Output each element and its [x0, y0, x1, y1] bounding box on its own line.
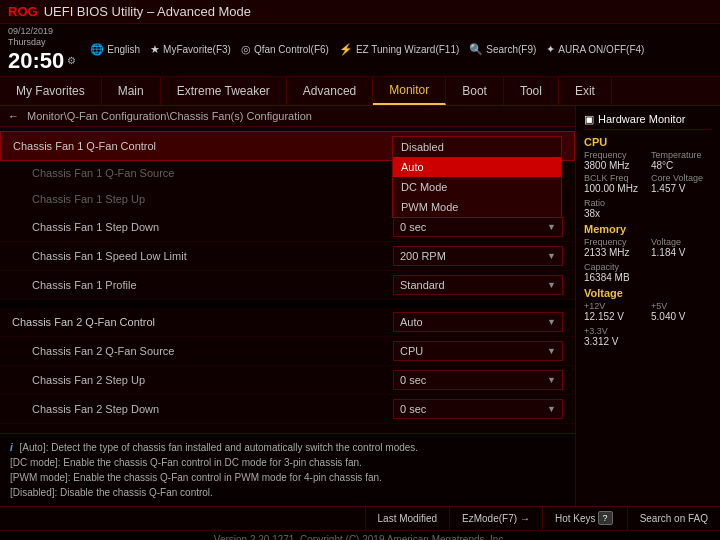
- profile-arrow-icon: ▼: [547, 280, 556, 290]
- info-line-4: [Disabled]: Disable the chassis Q-Fan co…: [10, 487, 213, 498]
- option-pwm-mode[interactable]: PWM Mode: [393, 197, 561, 217]
- hotkeys-label: Hot Keys: [555, 513, 596, 524]
- chassis1-profile-dropdown[interactable]: Standard ▼: [393, 275, 563, 295]
- nav-tabs: My Favorites Main Extreme Tweaker Advanc…: [0, 77, 720, 106]
- date-display: 09/12/2019 Thursday: [8, 26, 76, 48]
- tab-monitor[interactable]: Monitor: [373, 77, 446, 105]
- chassis1-speedlow-dropdown[interactable]: 200 RPM ▼: [393, 246, 563, 266]
- chassis2-source-row: Chassis Fan 2 Q-Fan Source CPU ▼: [0, 337, 575, 366]
- settings-area: Chassis Fan 1 Q-Fan Control Auto ▼ Disab…: [0, 127, 575, 433]
- info-box: i [Auto]: Detect the type of chassis fan…: [0, 433, 575, 506]
- info-line-3: [PWM mode]: Enable the chassis Q-Fan con…: [10, 472, 382, 483]
- chassis2-source-arrow-icon: ▼: [547, 346, 556, 356]
- chassis2-stepup-arrow-icon: ▼: [547, 375, 556, 385]
- chassis2-stepup-dropdown[interactable]: 0 sec ▼: [393, 370, 563, 390]
- ez-label: EZ Tuning Wizard(F11): [356, 44, 459, 55]
- chassis2-control-arrow-icon: ▼: [547, 317, 556, 327]
- chassis2-source-label: Chassis Fan 2 Q-Fan Source: [12, 345, 393, 357]
- info-bar: 09/12/2019 Thursday 20:50 ⚙ 🌐 English ★ …: [0, 24, 720, 77]
- hw-capacity-label: Capacity: [584, 262, 712, 272]
- option-auto[interactable]: Auto: [393, 157, 561, 177]
- search-faq-button[interactable]: Search on FAQ: [627, 507, 720, 530]
- hw-cpu-title: CPU: [584, 136, 712, 148]
- chassis2-stepup-btn[interactable]: 0 sec ▼: [393, 370, 563, 390]
- myfavorite-button[interactable]: ★ MyFavorite(F3): [150, 43, 231, 56]
- chassis1-control-dropdown[interactable]: Auto ▼ Disabled Auto DC Mode PWM Mode: [392, 136, 562, 156]
- hw-voltage-grid: +12V 12.152 V +5V 5.040 V: [584, 301, 712, 322]
- chassis1-speedlow-row: Chassis Fan 1 Speed Low Limit 200 RPM ▼: [0, 242, 575, 271]
- chassis2-control-row: Chassis Fan 2 Q-Fan Control Auto ▼: [0, 308, 575, 337]
- chassis1-control-label: Chassis Fan 1 Q-Fan Control: [13, 140, 392, 152]
- hw-voltage-title: Voltage: [584, 287, 712, 299]
- search-button[interactable]: 🔍 Search(F9): [469, 43, 536, 56]
- qfan-icon: ◎: [241, 43, 251, 56]
- hw-ratio-value: 38x: [584, 208, 712, 219]
- left-panel: ← Monitor\Q-Fan Configuration\Chassis Fa…: [0, 106, 575, 506]
- qfan-control-button[interactable]: ◎ Qfan Control(F6): [241, 43, 329, 56]
- footer: Last Modified EzMode(F7) → Hot Keys ? Se…: [0, 506, 720, 530]
- aura-button[interactable]: ✦ AURA ON/OFF(F4): [546, 43, 644, 56]
- chassis1-speedlow-btn[interactable]: 200 RPM ▼: [393, 246, 563, 266]
- hw-monitor-icon: ▣: [584, 113, 594, 126]
- speedlow-arrow-icon: ▼: [547, 251, 556, 261]
- hw-capacity-value: 16384 MB: [584, 272, 712, 283]
- chassis1-profile-row: Chassis Fan 1 Profile Standard ▼: [0, 271, 575, 300]
- settings-gear-icon[interactable]: ⚙: [67, 55, 76, 67]
- chassis2-control-label: Chassis Fan 2 Q-Fan Control: [12, 316, 393, 328]
- hw-bclk-value: 100.00 MHz: [584, 183, 645, 194]
- chassis1-stepdown-label: Chassis Fan 1 Step Down: [12, 221, 393, 233]
- tab-exit[interactable]: Exit: [559, 77, 612, 105]
- hw-5v-value: 5.040 V: [651, 311, 712, 322]
- chassis2-stepdown-dropdown[interactable]: 0 sec ▼: [393, 399, 563, 419]
- chassis2-source-dropdown[interactable]: CPU ▼: [393, 341, 563, 361]
- chassis1-profile-label: Chassis Fan 1 Profile: [12, 279, 393, 291]
- search-label: Search(F9): [486, 44, 536, 55]
- chassis2-source-btn[interactable]: CPU ▼: [393, 341, 563, 361]
- hotkeys-button[interactable]: Hot Keys ?: [542, 507, 627, 530]
- hw-12v-value: 12.152 V: [584, 311, 645, 322]
- chassis2-control-btn[interactable]: Auto ▼: [393, 312, 563, 332]
- stepdown-arrow-icon: ▼: [547, 222, 556, 232]
- hw-memory-title: Memory: [584, 223, 712, 235]
- chassis1-stepdown-btn[interactable]: 0 sec ▼: [393, 217, 563, 237]
- app-title: UEFI BIOS Utility – Advanced Mode: [44, 4, 251, 19]
- info-line-1: [Auto]: Detect the type of chassis fan i…: [20, 442, 419, 453]
- hw-cpu-grid: Frequency 3800 MHz Temperature 48°C BCLK…: [584, 150, 712, 194]
- chassis1-control-row: Chassis Fan 1 Q-Fan Control Auto ▼ Disab…: [0, 131, 575, 161]
- chassis1-stepdown-dropdown[interactable]: 0 sec ▼: [393, 217, 563, 237]
- hw-5v-label: +5V: [651, 301, 712, 311]
- back-button[interactable]: ←: [8, 110, 19, 122]
- tab-main[interactable]: Main: [102, 77, 161, 105]
- chassis1-source-label: Chassis Fan 1 Q-Fan Source: [12, 167, 393, 179]
- hw-bclk-label: BCLK Freq: [584, 173, 645, 183]
- version-text: Version 2.20.1271. Copyright (C) 2019 Am…: [214, 534, 506, 540]
- hw-monitor-title: ▣ Hardware Monitor: [584, 110, 712, 130]
- version-bar: Version 2.20.1271. Copyright (C) 2019 Am…: [0, 530, 720, 540]
- language-selector[interactable]: 🌐 English: [90, 43, 140, 56]
- hw-mem-volt-value: 1.184 V: [651, 247, 712, 258]
- tab-favorites[interactable]: My Favorites: [0, 77, 102, 105]
- tab-tool[interactable]: Tool: [504, 77, 559, 105]
- datetime-display: 09/12/2019 Thursday 20:50 ⚙: [8, 26, 76, 74]
- option-dc-mode[interactable]: DC Mode: [393, 177, 561, 197]
- ezmode-label: EzMode(F7): [462, 513, 517, 524]
- chassis1-speedlow-label: Chassis Fan 1 Speed Low Limit: [12, 250, 393, 262]
- tab-advanced[interactable]: Advanced: [287, 77, 373, 105]
- chassis2-stepdown-label: Chassis Fan 2 Step Down: [12, 403, 393, 415]
- ezmode-button[interactable]: EzMode(F7) →: [449, 507, 542, 530]
- hw-corevolt-value: 1.457 V: [651, 183, 712, 194]
- option-disabled[interactable]: Disabled: [393, 137, 561, 157]
- chassis2-stepup-row: Chassis Fan 2 Step Up 0 sec ▼: [0, 366, 575, 395]
- chassis1-profile-btn[interactable]: Standard ▼: [393, 275, 563, 295]
- ez-tuning-button[interactable]: ⚡ EZ Tuning Wizard(F11): [339, 43, 459, 56]
- last-modified-label: Last Modified: [378, 513, 437, 524]
- ez-icon: ⚡: [339, 43, 353, 56]
- main-layout: ← Monitor\Q-Fan Configuration\Chassis Fa…: [0, 106, 720, 506]
- chassis2-stepdown-btn[interactable]: 0 sec ▼: [393, 399, 563, 419]
- chassis2-control-dropdown[interactable]: Auto ▼: [393, 312, 563, 332]
- chassis2-stepup-label: Chassis Fan 2 Step Up: [12, 374, 393, 386]
- last-modified-button[interactable]: Last Modified: [365, 507, 449, 530]
- tab-extreme-tweaker[interactable]: Extreme Tweaker: [161, 77, 287, 105]
- tab-boot[interactable]: Boot: [446, 77, 504, 105]
- info-line-2: [DC mode]: Enable the chassis Q-Fan cont…: [10, 457, 362, 468]
